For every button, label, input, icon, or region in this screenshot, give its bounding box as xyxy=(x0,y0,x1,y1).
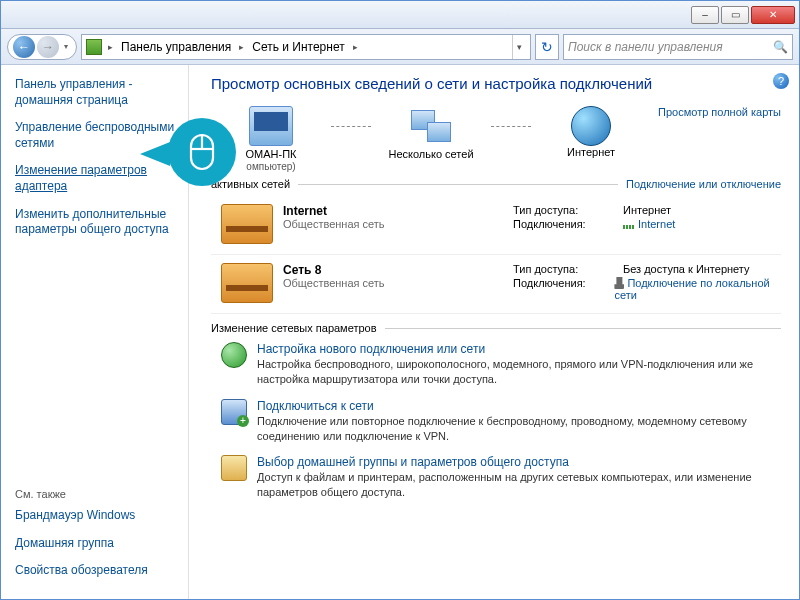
connect-disconnect-link[interactable]: Подключение или отключение xyxy=(626,178,781,190)
connections-label: Подключения: xyxy=(513,277,614,301)
breadcrumb-dropdown[interactable]: ▾ xyxy=(512,35,526,59)
task-description: Доступ к файлам и принтерам, расположенн… xyxy=(257,470,781,500)
page-title: Просмотр основных сведений о сети и наст… xyxy=(211,75,781,92)
pc-icon xyxy=(249,106,293,146)
network-block: Internet Общественная сеть Тип доступа:И… xyxy=(211,196,781,255)
change-settings-header: Изменение сетевых параметров xyxy=(211,322,781,334)
view-full-map-link[interactable]: Просмотр полной карты xyxy=(658,106,781,118)
see-also-header: См. также xyxy=(15,488,176,500)
network-type[interactable]: Общественная сеть xyxy=(283,277,513,289)
map-connector xyxy=(491,126,531,127)
connections-label: Подключения: xyxy=(513,218,623,230)
access-label: Тип доступа: xyxy=(513,263,623,275)
nav-history-dropdown[interactable]: ▾ xyxy=(60,42,72,51)
active-networks-label: активных сетей xyxy=(211,178,290,190)
search-input[interactable]: Поиск в панели управления 🔍 xyxy=(563,34,793,60)
connection-link[interactable]: Подключение по локальной сети xyxy=(614,277,769,301)
task-item: Настройка нового подключения или сети На… xyxy=(211,334,781,391)
titlebar: – ▭ ✕ xyxy=(1,1,799,29)
map-node-label: ОМАН-ПК xyxy=(211,148,331,160)
map-node-multi[interactable]: Несколько сетей xyxy=(371,106,491,160)
minimize-button[interactable]: – xyxy=(691,6,719,24)
sidebar-item-adapter-settings[interactable]: Изменение параметров адаптера xyxy=(15,163,176,194)
connect-network-icon xyxy=(221,399,247,425)
task-item: Подключиться к сети Подключение или повт… xyxy=(211,391,781,448)
see-also-internet-options[interactable]: Свойства обозревателя xyxy=(15,563,176,579)
ethernet-icon xyxy=(614,277,624,289)
map-connector xyxy=(331,126,371,127)
see-also-homegroup[interactable]: Домашняя группа xyxy=(15,536,176,552)
navbar: ← → ▾ ▸ Панель управления ▸ Сеть и Интер… xyxy=(1,29,799,65)
task-item: Выбор домашней группы и параметров общег… xyxy=(211,447,781,504)
access-label: Тип доступа: xyxy=(513,204,623,216)
back-button[interactable]: ← xyxy=(13,36,35,58)
task-link-new-connection[interactable]: Настройка нового подключения или сети xyxy=(257,342,781,356)
map-node-label: Несколько сетей xyxy=(371,148,491,160)
bench-icon xyxy=(221,263,273,303)
chevron-right-icon[interactable]: ▸ xyxy=(237,42,246,52)
map-node-internet[interactable]: Интернет xyxy=(531,106,651,158)
homegroup-icon xyxy=(221,455,247,481)
forward-button[interactable]: → xyxy=(37,36,59,58)
new-connection-icon xyxy=(221,342,247,368)
map-node-label: Интернет xyxy=(531,146,651,158)
task-link-connect[interactable]: Подключиться к сети xyxy=(257,399,781,413)
breadcrumb-seg-control-panel[interactable]: Панель управления xyxy=(117,40,235,54)
active-networks-header: активных сетей Подключение или отключени… xyxy=(211,178,781,190)
network-name[interactable]: Сеть 8 xyxy=(283,263,513,277)
bench-icon xyxy=(221,204,273,244)
network-block: Сеть 8 Общественная сеть Тип доступа:Без… xyxy=(211,255,781,314)
refresh-button[interactable]: ↻ xyxy=(535,34,559,60)
sidebar-home-link[interactable]: Панель управления - домашняя страница xyxy=(15,77,176,108)
chevron-right-icon[interactable]: ▸ xyxy=(351,42,360,52)
body: Панель управления - домашняя страница Уп… xyxy=(1,65,799,599)
content: ? Просмотр основных сведений о сети и на… xyxy=(189,65,799,599)
search-placeholder: Поиск в панели управления xyxy=(568,40,723,54)
task-description: Подключение или повторное подключение к … xyxy=(257,414,781,444)
globe-icon xyxy=(571,106,611,146)
sidebar-item-wireless[interactable]: Управление беспроводными сетями xyxy=(15,120,176,151)
window: – ▭ ✕ ← → ▾ ▸ Панель управления ▸ Сеть и… xyxy=(0,0,800,600)
sidebar: Панель управления - домашняя страница Уп… xyxy=(1,65,189,599)
breadcrumb[interactable]: ▸ Панель управления ▸ Сеть и Интернет ▸ … xyxy=(81,34,531,60)
multiple-networks-icon xyxy=(409,106,453,146)
nav-buttons: ← → ▾ xyxy=(7,34,77,60)
connection-link[interactable]: Internet xyxy=(638,218,675,230)
map-node-sublabel: омпьютер) xyxy=(246,161,295,172)
help-icon[interactable]: ? xyxy=(773,73,789,89)
close-button[interactable]: ✕ xyxy=(751,6,795,24)
network-map: ОМАН-ПК омпьютер) Несколько сетей Интерн… xyxy=(211,106,781,172)
access-value: Интернет xyxy=(623,204,671,216)
change-settings-label: Изменение сетевых параметров xyxy=(211,322,377,334)
breadcrumb-seg-network[interactable]: Сеть и Интернет xyxy=(248,40,348,54)
task-link-homegroup[interactable]: Выбор домашней группы и параметров общег… xyxy=(257,455,781,469)
maximize-button[interactable]: ▭ xyxy=(721,6,749,24)
signal-icon xyxy=(623,219,635,229)
map-node-this-pc[interactable]: ОМАН-ПК омпьютер) xyxy=(211,106,331,172)
sidebar-item-sharing[interactable]: Изменить дополнительные параметры общего… xyxy=(15,207,176,238)
see-also-firewall[interactable]: Брандмауэр Windows xyxy=(15,508,176,524)
access-value: Без доступа к Интернету xyxy=(623,263,750,275)
search-icon[interactable]: 🔍 xyxy=(773,40,788,54)
network-type[interactable]: Общественная сеть xyxy=(283,218,513,230)
chevron-right-icon[interactable]: ▸ xyxy=(106,42,115,52)
task-description: Настройка беспроводного, широкополосного… xyxy=(257,357,781,387)
network-name[interactable]: Internet xyxy=(283,204,513,218)
control-panel-icon xyxy=(86,39,102,55)
